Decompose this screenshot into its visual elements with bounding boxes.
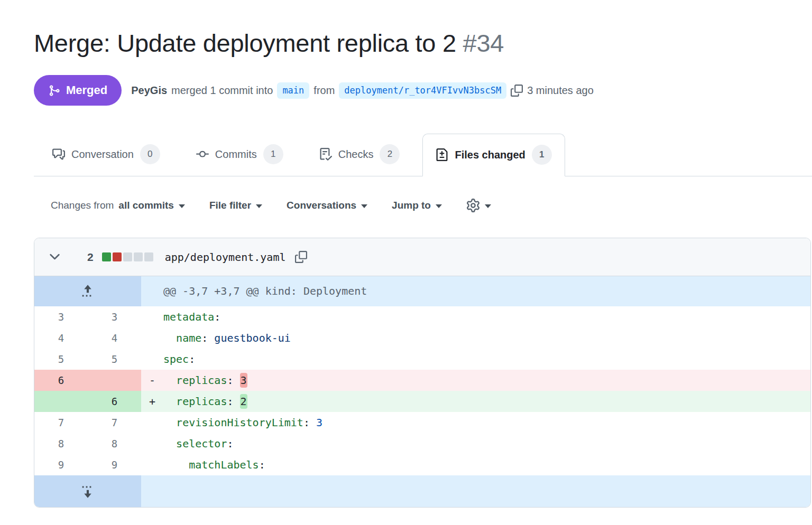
- new-line-number[interactable]: 4: [88, 327, 141, 349]
- new-line-number[interactable]: [88, 370, 141, 391]
- file-path[interactable]: app/deployment.yaml: [165, 251, 286, 264]
- tab-label: Commits: [215, 148, 257, 161]
- changes-from-dropdown[interactable]: Changes from all commits: [51, 200, 185, 211]
- byline-action-text: merged 1 commit into: [171, 85, 273, 97]
- pr-byline: PeyGis merged 1 commit into main from de…: [131, 82, 594, 99]
- neutral-square: [123, 252, 132, 261]
- diff-line-context: 77 revisionHistoryLimit: 3: [34, 412, 810, 433]
- diff-body: 33metadata:44 name: guestbook-ui55spec:6…: [34, 306, 810, 475]
- pr-title-text: Merge: Update deployment replica to 2: [34, 29, 456, 57]
- old-line-number[interactable]: 8: [34, 433, 88, 454]
- code-segment: name: [176, 332, 201, 344]
- byline-from-text: from: [313, 85, 335, 97]
- diff-toolbar: Changes from all commits File filter Con…: [34, 199, 812, 212]
- copy-file-path-button[interactable]: [295, 251, 307, 263]
- tab-label: Files changed: [455, 149, 525, 161]
- code-text: replicas: 2: [163, 391, 810, 412]
- code-segment: 3: [316, 416, 322, 429]
- code-segment: metadata: [163, 311, 214, 323]
- changes-from-label: Changes from: [51, 200, 114, 211]
- code-text: name: guestbook-ui: [163, 327, 810, 349]
- old-line-number[interactable]: [34, 391, 88, 412]
- code-segment: :: [303, 416, 316, 429]
- code-segment: [163, 395, 176, 408]
- code-text: matchLabels:: [163, 454, 810, 475]
- author-login[interactable]: PeyGis: [131, 85, 167, 97]
- base-branch-label[interactable]: main: [277, 82, 309, 99]
- copy-icon: [511, 85, 523, 97]
- code-segment: guestbook-ui: [214, 332, 291, 344]
- code-segment: :: [214, 311, 220, 323]
- code-segment: 3: [240, 373, 247, 388]
- new-line-number[interactable]: 6: [88, 391, 141, 412]
- old-line-number[interactable]: 5: [34, 349, 88, 370]
- diff-line-addition: 6+ replicas: 2: [34, 391, 810, 412]
- code-segment: :: [259, 458, 265, 471]
- tab-conversation[interactable]: Conversation 0: [39, 133, 173, 176]
- file-diff-icon: [436, 148, 448, 161]
- code-segment: replicas: [176, 374, 227, 387]
- old-line-number[interactable]: 9: [34, 454, 88, 475]
- diff-sign: [141, 327, 163, 349]
- code-segment: :: [227, 437, 233, 450]
- conversations-dropdown[interactable]: Conversations: [287, 200, 367, 211]
- tab-commits[interactable]: Commits 1: [183, 133, 297, 176]
- addition-square: [102, 252, 111, 261]
- diff-sign: [141, 454, 163, 475]
- hunk-gutter: [34, 276, 141, 306]
- git-merge-icon: [48, 85, 60, 97]
- old-line-number[interactable]: 6: [34, 370, 88, 391]
- expand-down-button[interactable]: [80, 483, 96, 499]
- code-text: metadata:: [163, 306, 810, 327]
- hunk-header-text: @@ -3,7 +3,7 @@ kind: Deployment: [141, 276, 810, 306]
- new-line-number[interactable]: 3: [88, 306, 141, 327]
- code-text: replicas: 3: [163, 370, 810, 391]
- merged-status-badge: Merged: [34, 75, 122, 106]
- diff-line-deletion: 6- replicas: 3: [34, 370, 810, 391]
- old-line-number[interactable]: 4: [34, 327, 88, 349]
- diff-settings-dropdown[interactable]: [466, 199, 491, 212]
- tab-files-changed[interactable]: Files changed 1: [422, 134, 565, 176]
- tab-counter: 0: [140, 144, 160, 164]
- copy-branch-button[interactable]: [511, 85, 523, 97]
- chevron-down-icon: [179, 204, 185, 208]
- code-segment: :: [227, 395, 239, 408]
- diff-line-context: 88 selector:: [34, 433, 810, 454]
- diff-line-context: 55spec:: [34, 349, 810, 370]
- code-segment: [163, 332, 176, 344]
- expand-down-content: [141, 475, 810, 507]
- head-branch-label[interactable]: deployment/r_tor4VFIvvN3bscSM: [339, 82, 506, 99]
- tab-counter: 1: [532, 145, 552, 165]
- new-line-number[interactable]: 8: [88, 433, 141, 454]
- diffstat-squares: [102, 252, 153, 261]
- diff-line-context: 44 name: guestbook-ui: [34, 327, 810, 349]
- new-line-number[interactable]: 9: [88, 454, 141, 475]
- old-line-number[interactable]: 3: [34, 306, 88, 327]
- hunk-header-row: @@ -3,7 +3,7 @@ kind: Deployment: [34, 276, 810, 306]
- tab-checks[interactable]: Checks 2: [306, 133, 413, 176]
- code-segment: [163, 374, 176, 387]
- code-segment: [163, 416, 176, 429]
- pr-byline-row: Merged PeyGis merged 1 commit into main …: [34, 75, 812, 106]
- new-line-number[interactable]: 7: [88, 412, 141, 433]
- file-filter-dropdown[interactable]: File filter: [209, 200, 262, 211]
- code-segment: :: [189, 353, 195, 365]
- gear-icon: [466, 199, 480, 212]
- checklist-icon: [319, 148, 332, 161]
- diff-sign: [141, 433, 163, 454]
- diff-sign: [141, 349, 163, 370]
- neutral-square: [134, 252, 143, 261]
- expand-up-button[interactable]: [80, 284, 96, 299]
- expand-down-row: [34, 475, 810, 507]
- fold-up-icon: [80, 284, 96, 299]
- copy-icon: [295, 251, 307, 263]
- old-line-number[interactable]: 7: [34, 412, 88, 433]
- diff-sign: [141, 306, 163, 327]
- new-line-number[interactable]: 5: [88, 349, 141, 370]
- code-segment: 2: [240, 394, 247, 409]
- code-segment: :: [227, 374, 239, 387]
- expand-down-gutter: [34, 475, 141, 507]
- tab-counter: 1: [263, 144, 283, 164]
- jump-to-dropdown[interactable]: Jump to: [392, 200, 442, 211]
- collapse-file-button[interactable]: [48, 250, 61, 264]
